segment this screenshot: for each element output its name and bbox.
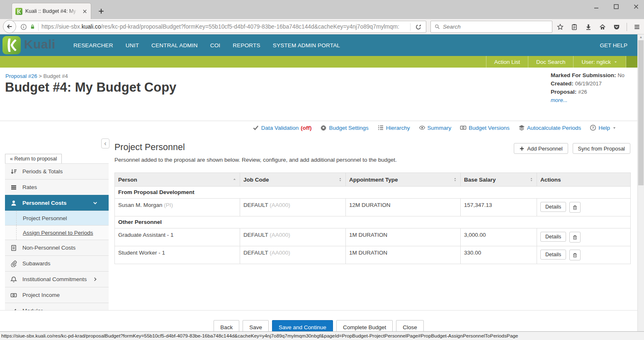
delete-button[interactable]	[569, 232, 581, 243]
actionbar-user-nglick[interactable]: User: nglick	[573, 56, 626, 68]
sync-from-proposal-button[interactable]: Sync from Proposal	[573, 143, 630, 154]
sort-toggle-icon[interactable]	[529, 177, 534, 182]
toolbar-data-validation[interactable]: Data Validation(off)	[253, 124, 312, 131]
hamburger-icon[interactable]	[633, 24, 641, 30]
actionbar-action-list[interactable]: Action List	[486, 56, 528, 68]
sidebar-item-institutional-commitments[interactable]: Institutional Commitments	[5, 271, 109, 287]
clipboard-icon[interactable]	[570, 24, 578, 30]
actionbar-doc-search[interactable]: Doc Search	[528, 56, 574, 68]
toolbar-budget-settings[interactable]: Budget Settings	[320, 124, 368, 131]
nav-system-admin-portal[interactable]: SYSTEM ADMIN PORTAL	[273, 42, 340, 49]
browser-tab[interactable]: Kuali :: Budget #4: My Budge	[12, 3, 91, 19]
nav-researcher[interactable]: RESEARCHER	[73, 42, 113, 49]
budget-sidebar: Periods & TotalsRatesPersonnel CostsProj…	[5, 163, 109, 310]
meta-value: #26	[578, 89, 587, 95]
actionbar-label: User: nglick	[581, 59, 611, 65]
actions-cell: Details	[537, 246, 631, 264]
nav-reports[interactable]: REPORTS	[233, 42, 260, 49]
reload-icon[interactable]	[413, 24, 423, 30]
sidebar-item-personnel-costs[interactable]: Personnel Costs	[5, 195, 109, 211]
sidebar-item-label: Rates	[22, 184, 37, 190]
search-input[interactable]	[443, 24, 548, 30]
pocket-icon[interactable]	[612, 24, 621, 30]
toolbar-autocalculate-periods[interactable]: Autocalculate Periods	[518, 124, 581, 131]
sidebar-item-label: Periods & Totals	[22, 168, 63, 175]
add-personnel-button[interactable]: Add Personnel	[514, 143, 568, 154]
sidebar-item-non-personnel-costs[interactable]: Non-Personnel Costs	[5, 240, 109, 255]
nav-coi[interactable]: COI	[210, 42, 221, 49]
sidebar-item-assign-personnel-to-periods[interactable]: Assign Personnel to Periods	[5, 225, 109, 240]
meta-value: No	[618, 72, 625, 78]
sidebar-item-periods-totals[interactable]: Periods & Totals	[5, 163, 109, 179]
plus-icon	[519, 146, 525, 151]
toolbar-hierarchy[interactable]: Hierarchy	[377, 124, 410, 131]
window-maximize-button[interactable]	[612, 3, 620, 10]
group-row-other-personnel: Other Personnel	[115, 216, 631, 228]
delete-button[interactable]	[569, 250, 581, 260]
toolbar-help[interactable]: ?Help	[590, 124, 617, 131]
person-icon	[10, 200, 17, 206]
details-button[interactable]: Details	[540, 202, 566, 212]
list-icon	[377, 124, 384, 131]
personnel-table: PersonJob CodeAppointment TypeBase Salar…	[114, 172, 631, 264]
breadcrumb: Proposal #26 > Budget #4	[5, 73, 68, 79]
sort-toggle-icon[interactable]	[338, 177, 343, 182]
window-close-button[interactable]	[632, 3, 640, 10]
nav-unit[interactable]: UNIT	[126, 42, 139, 49]
scrollbar-thumb[interactable]	[638, 40, 644, 185]
sidebar-collapse-button[interactable]: ‹	[101, 138, 109, 148]
column-header-person[interactable]: Person	[115, 173, 240, 187]
window-minimize-button[interactable]	[593, 3, 600, 10]
toolbar-divider	[627, 23, 627, 31]
sidebar-item-rates[interactable]: Rates	[5, 179, 109, 195]
sort-ascending-icon[interactable]	[232, 177, 237, 182]
home-icon[interactable]	[598, 24, 607, 30]
person-name: Graduate Assistant - 1	[118, 232, 174, 238]
column-header-job-code[interactable]: Job Code	[240, 173, 346, 187]
new-tab-button[interactable]	[95, 5, 108, 17]
meta-marked-for-submission: Marked For Submission:No	[551, 72, 630, 78]
toolbar-summary[interactable]: Summary	[419, 124, 452, 131]
table-row: Graduate Assistant - 1DEFAULT (AA000)1M …	[115, 228, 631, 246]
gear-icon	[320, 124, 327, 131]
job-code: DEFAULT	[243, 250, 268, 256]
url-bar[interactable]: https://siue-sbx.kuali.co/res/kc-pd-krad…	[10, 21, 426, 33]
page-info-icon[interactable]	[20, 24, 27, 30]
sort-toggle-icon[interactable]	[453, 177, 457, 182]
back-button[interactable]	[3, 20, 16, 33]
tab-close-icon[interactable]	[82, 9, 87, 14]
nav-central-admin[interactable]: CENTRAL ADMIN	[151, 42, 198, 49]
column-header-appointment-type[interactable]: Appointment Type	[346, 173, 461, 187]
scroll-up-arrow-icon[interactable]: ▲	[638, 35, 644, 40]
delete-button[interactable]	[569, 202, 581, 213]
star-icon[interactable]	[556, 24, 564, 30]
download-icon[interactable]	[584, 24, 593, 30]
sidebar-item-project-income[interactable]: Project Income	[5, 287, 109, 303]
sidebar-item-subawards[interactable]: Subawards	[5, 255, 109, 271]
toolbar-budget-versions[interactable]: Budget Versions	[460, 124, 509, 131]
search-box[interactable]	[430, 21, 552, 33]
details-button[interactable]: Details	[540, 250, 566, 260]
section-description: Personnel added to the proposal are show…	[114, 157, 630, 163]
get-help-link[interactable]: GET HELP	[600, 34, 627, 56]
kuali-wordmark[interactable]: Kuali	[24, 37, 56, 51]
breadcrumb-proposal-link[interactable]: Proposal #26	[5, 73, 37, 79]
https-lock-icon	[30, 24, 35, 29]
details-button[interactable]: Details	[540, 232, 566, 242]
sidebar-item-label: Assign Personnel to Periods	[23, 230, 93, 236]
person-cell: Susan M. Morgan (PI)	[115, 199, 240, 216]
sidebar-item-modular[interactable]: Modular	[5, 303, 109, 310]
return-to-proposal-button[interactable]: « Return to proposal	[5, 154, 62, 164]
svg-text:?: ?	[592, 126, 594, 130]
kuali-logo-icon[interactable]	[2, 36, 21, 54]
vertical-scrollbar[interactable]: ▲ ▼	[637, 34, 644, 340]
search-icon	[435, 24, 440, 29]
more-link[interactable]: more...	[551, 97, 567, 103]
sidebar-item-label: Subawards	[22, 260, 51, 267]
paperclip-icon	[10, 260, 17, 267]
sidebar-item-project-personnel[interactable]: Project Personnel	[5, 211, 109, 225]
job-code-cell: DEFAULT (AA000)	[240, 199, 346, 216]
chevron-down-icon	[91, 200, 99, 206]
column-header-base-salary[interactable]: Base Salary	[461, 173, 537, 187]
chevron-right-icon	[91, 277, 99, 282]
